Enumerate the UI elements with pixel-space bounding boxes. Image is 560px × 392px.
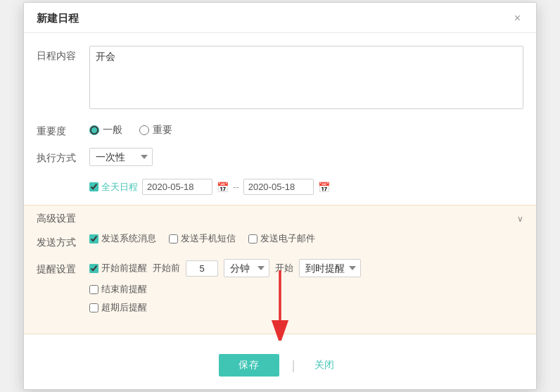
radio-important-label: 重要 (153, 124, 172, 137)
date-row: 全天日程 📅 -- 📅 (37, 176, 523, 195)
exec-row: 执行方式 一次性 每天 每周 每月 (37, 148, 523, 166)
send-system-label[interactable]: 发送系统消息 (89, 232, 156, 245)
date-content: 全天日程 📅 -- 📅 (89, 176, 523, 195)
overdue-checkbox-label[interactable]: 超期后提醒 (89, 301, 147, 314)
allday-label: 全天日程 (101, 181, 138, 194)
importance-label: 重要度 (37, 121, 89, 138)
date-label-empty (37, 176, 89, 180)
radio-normal-input[interactable] (89, 125, 99, 135)
content-textarea[interactable]: 开会 (89, 46, 523, 109)
send-email-checkbox[interactable] (248, 234, 257, 244)
reminder-content: 开始前提醒 开始前 分钟 小时 天 开始 到时提醒 (89, 259, 523, 314)
content-label: 日程内容 (37, 46, 89, 63)
end-date-input[interactable] (243, 179, 314, 195)
reminder-type-select[interactable]: 到时提醒 弹窗提醒 (299, 259, 361, 277)
send-label: 发送方式 (37, 232, 89, 249)
send-sms-checkbox[interactable] (169, 234, 178, 244)
close-button[interactable]: 关闭 (307, 354, 341, 377)
extra-reminder-rows: 结束前提醒 超期后提醒 (89, 283, 523, 314)
advanced-title: 高级设置 (37, 213, 76, 225)
reminder-label: 提醒设置 (37, 259, 89, 276)
start-date-input[interactable] (142, 179, 212, 195)
overdue-reminder-row: 超期后提醒 (89, 301, 523, 314)
send-sms-label[interactable]: 发送手机短信 (169, 232, 236, 245)
dialog-title: 新建日程 (37, 12, 79, 25)
advanced-header[interactable]: 高级设置 ∨ (37, 206, 523, 232)
overdue-label: 超期后提醒 (101, 301, 147, 314)
reminder-minutes-input[interactable] (186, 260, 218, 277)
send-email-text: 发送电子邮件 (260, 232, 315, 245)
send-options: 发送系统消息 发送手机短信 发送电子邮件 (89, 232, 523, 245)
before-end-reminder-row: 结束前提醒 (89, 283, 523, 296)
exec-select[interactable]: 一次性 每天 每周 每月 (89, 148, 153, 166)
send-system-checkbox[interactable] (89, 234, 98, 244)
advanced-section: 高级设置 ∨ 发送方式 发送系统消息 发送手机短信 (24, 205, 536, 334)
before-start-checkbox-label[interactable]: 开始前提醒 (89, 262, 147, 274)
before-start-suffix: 开始 (275, 262, 293, 274)
before-end-checkbox-label[interactable]: 结束前提醒 (89, 283, 147, 296)
end-date-icon[interactable]: 📅 (318, 182, 330, 193)
dialog-footer: 保存 | 关闭 (24, 344, 536, 389)
start-date-icon[interactable]: 📅 (217, 182, 229, 193)
advanced-body: 发送方式 发送系统消息 发送手机短信 发送电子邮件 (37, 232, 523, 334)
before-end-label: 结束前提醒 (101, 283, 147, 296)
before-start-prefix: 开始前 (153, 262, 180, 274)
radio-normal[interactable]: 一般 (89, 124, 122, 137)
importance-row: 重要度 一般 重要 (37, 121, 523, 138)
radio-important[interactable]: 重要 (139, 124, 172, 137)
content-row: 日程内容 开会 (37, 46, 523, 111)
allday-checkbox[interactable] (89, 182, 98, 191)
before-start-label: 开始前提醒 (101, 262, 147, 274)
send-row: 发送方式 发送系统消息 发送手机短信 发送电子邮件 (37, 232, 523, 249)
chevron-down-icon: ∨ (517, 214, 523, 224)
dialog-body: 日程内容 开会 重要度 一般 重要 执行方式 (24, 33, 536, 344)
radio-normal-label: 一般 (103, 124, 122, 137)
before-end-checkbox[interactable] (89, 285, 98, 294)
content-input-wrapper: 开会 (89, 46, 523, 111)
send-email-label[interactable]: 发送电子邮件 (248, 232, 315, 245)
dialog-header: 新建日程 × (24, 3, 536, 33)
exec-label: 执行方式 (37, 148, 89, 165)
radio-important-input[interactable] (139, 125, 149, 135)
allday-checkbox-label[interactable]: 全天日程 (89, 181, 138, 194)
save-button[interactable]: 保存 (219, 354, 279, 377)
header-close-button[interactable]: × (511, 11, 523, 25)
overdue-checkbox[interactable] (89, 303, 98, 312)
date-separator: -- (233, 182, 239, 192)
importance-options: 一般 重要 (89, 121, 523, 137)
before-start-checkbox[interactable] (89, 264, 98, 273)
reminder-unit-select[interactable]: 分钟 小时 天 (224, 259, 269, 277)
send-system-text: 发送系统消息 (101, 232, 156, 245)
footer-divider: | (292, 358, 295, 373)
send-sms-text: 发送手机短信 (181, 232, 236, 245)
before-start-reminder-row: 开始前提醒 开始前 分钟 小时 天 开始 到时提醒 (89, 259, 523, 277)
exec-content: 一次性 每天 每周 每月 (89, 148, 523, 166)
new-schedule-dialog: 新建日程 × 日程内容 开会 重要度 一般 重要 (23, 2, 537, 390)
reminder-row: 提醒设置 开始前提醒 开始前 分钟 小时 (37, 259, 523, 314)
